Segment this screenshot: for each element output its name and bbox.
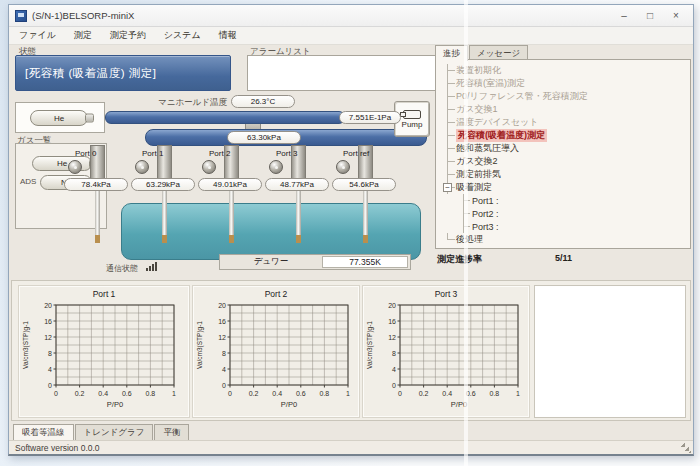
progress-label: 測定進捗率 [437,253,482,266]
gas-cylinder-icon[interactable]: He [30,110,88,126]
svg-text:0.2: 0.2 [249,390,259,397]
dewar-info-box: デュワー 77.355K [219,254,411,270]
svg-text:0.6: 0.6 [122,390,132,397]
chart-title: Port 1 [19,289,189,299]
svg-text:12: 12 [44,334,52,341]
status-value: [死容積 (吸着温度) 測定] [25,66,156,81]
gas-supply-box: He [15,102,105,133]
tree-item-label: 測定前排気 [456,168,501,181]
tree-item[interactable]: ガス交換2 [442,155,688,168]
tab-吸着等温線[interactable]: 吸着等温線 [13,424,74,440]
valve-icon[interactable] [135,160,149,174]
svg-text:0: 0 [228,390,232,397]
svg-text:0.8: 0.8 [146,390,156,397]
port-group-1: Port 163.29kPa [130,147,196,242]
tree-item-child[interactable]: Port1 : [442,194,688,207]
chart-port2: Port 2 00.20.40.60.81048121620P/P0Va/cm3… [192,285,360,418]
menu-item-2[interactable]: 測定予約 [110,29,146,42]
tree-item-label: 温度デバイスセット [456,116,538,129]
supply-gas-label: He [54,114,64,123]
port-name: Port 0 [75,149,96,158]
port-name: Port ref [343,149,369,158]
tree-item-label: 飽和蒸気圧導入 [456,142,519,155]
menu-item-3[interactable]: システム [164,29,201,42]
svg-text:12: 12 [388,334,396,341]
port-pressure-value: 54.6kPa [332,178,396,191]
svg-text:16: 16 [218,318,226,325]
minimize-button[interactable]: – [611,7,637,25]
valve-icon[interactable] [202,160,216,174]
svg-text:4: 4 [392,366,396,373]
menu-item-4[interactable]: 情報 [219,29,237,42]
svg-text:4: 4 [48,366,52,373]
tree-item[interactable]: 測定前排気 [442,168,688,181]
tree-item-child[interactable]: Port2 : [442,207,688,220]
tree-item-label: 死容積(室温)測定 [456,77,525,90]
tree-item[interactable]: ガス交換1 [442,103,688,116]
svg-text:16: 16 [44,318,52,325]
progress-row: 測定進捗率 5/11 [435,253,691,266]
svg-text:0.4: 0.4 [98,390,108,397]
progress-tree: 装置初期化死容積(室温)測定P0/リファレンス管・死容積測定ガス交換1温度デバイ… [435,59,691,249]
tree-item[interactable]: 装置初期化 [442,64,688,77]
valve-icon[interactable] [68,160,82,174]
svg-text:16: 16 [388,318,396,325]
tree-item-label: 吸着測定 [456,181,492,194]
tree-item-label: ガス交換1 [456,103,497,116]
resize-grip[interactable] [681,443,691,453]
menu-item-0[interactable]: ファイル [19,29,56,42]
port-pressure-value: 49.01kPa [198,178,262,191]
tab-トレンドグラフ[interactable]: トレンドグラフ [75,424,154,440]
tree-item[interactable]: 温度デバイスセット [442,116,688,129]
sample-rod [363,191,368,243]
svg-text:0: 0 [222,382,226,389]
svg-text:8: 8 [392,350,396,357]
svg-text:1: 1 [346,390,350,397]
pump-label: Pump [402,120,423,129]
alarm-list-box[interactable] [247,55,437,91]
tree-item-label: ガス交換2 [456,155,497,168]
software-version: Software version 0.0.0 [15,443,100,453]
tab-平衡[interactable]: 平衡 [154,424,189,440]
valve-icon[interactable] [269,160,283,174]
svg-text:Va/cm3(STP)g-1: Va/cm3(STP)g-1 [196,321,204,369]
tree-item[interactable]: 死容積(吸着温度)測定 [442,129,688,142]
bottom-tabs: 吸着等温線トレンドグラフ平衡 [13,424,190,440]
svg-text:0.2: 0.2 [419,390,429,397]
chart-port1: Port 1 00.20.40.60.81048121620P/P0Va/cm3… [18,285,190,418]
tree-item-child[interactable]: Port3 : [442,220,688,233]
tree-item[interactable]: P0/リファレンス管・死容積測定 [442,90,688,103]
tree-item[interactable]: −吸着測定 [442,181,688,194]
tree-item[interactable]: 死容積(室温)測定 [442,77,688,90]
status-box: [死容積 (吸着温度) 測定] [15,55,231,91]
maximize-button[interactable]: □ [637,7,663,25]
svg-text:1: 1 [172,390,176,397]
svg-text:0.8: 0.8 [490,390,500,397]
manifold-temp-label: マニホールド温度 [129,97,227,109]
title-bar: (S/N-1)BELSORP-miniX – □ × [9,5,693,27]
svg-text:20: 20 [44,302,52,309]
sample-rod [95,191,100,243]
comm-status-label: 通信状態 [106,263,138,274]
port-name: Port 1 [142,149,163,158]
expander-icon[interactable]: − [443,183,452,192]
menu-item-1[interactable]: 測定 [74,29,92,42]
window-title: (S/N-1)BELSORP-miniX [32,10,611,21]
tree-item[interactable]: 飽和蒸気圧導入 [442,142,688,155]
sample-rod [229,191,234,243]
port-name: Port 3 [276,149,297,158]
svg-text:0: 0 [398,390,402,397]
svg-text:0: 0 [54,390,58,397]
tree-item-label: 装置初期化 [456,64,501,77]
tree-item[interactable]: 後処理 [442,233,688,246]
close-button[interactable]: × [663,7,689,25]
tree-item-label: 後処理 [456,233,483,246]
pump-line-pressure: 7.551E-1Pa [339,111,401,124]
sample-rod [162,191,167,243]
chart-empty-area [534,285,686,418]
ads-tag: ADS [20,177,36,186]
valve-icon[interactable] [336,160,350,174]
tab-進捗[interactable]: 進捗 [435,45,468,61]
svg-text:8: 8 [48,350,52,357]
app-icon [15,10,27,22]
